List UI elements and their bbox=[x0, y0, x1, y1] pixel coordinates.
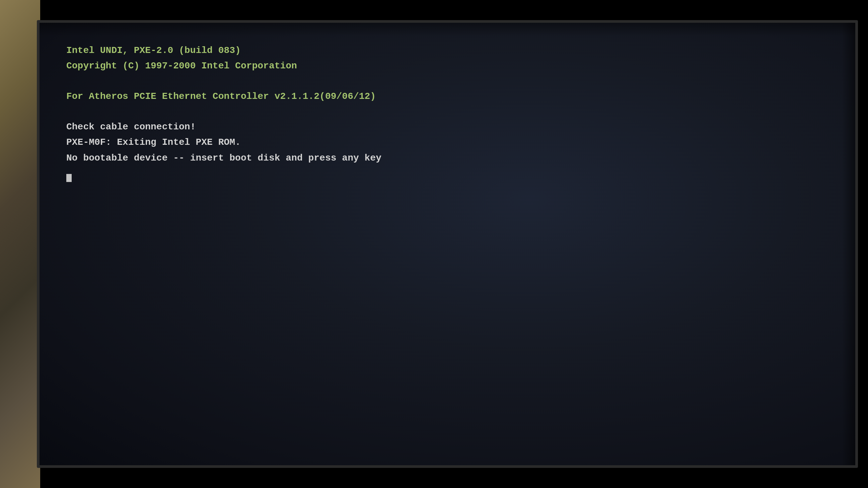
bios-line-6: Check cable connection! bbox=[66, 119, 829, 135]
monitor-screen: Intel UNDI, PXE-2.0 (build 083) Copyrigh… bbox=[37, 20, 858, 468]
bios-display: Intel UNDI, PXE-2.0 (build 083) Copyrigh… bbox=[39, 23, 855, 465]
bios-line-4: For Atheros PCIE Ethernet Controller v2.… bbox=[66, 89, 829, 104]
screen-right-shadow bbox=[842, 23, 855, 465]
blank-line-2 bbox=[66, 104, 829, 119]
blinking-cursor bbox=[66, 174, 72, 182]
bios-line-8: No bootable device -- insert boot disk a… bbox=[66, 150, 829, 166]
blank-line-1 bbox=[66, 74, 829, 89]
bios-line-2: Copyright (C) 1997-2000 Intel Corporatio… bbox=[66, 58, 829, 74]
left-wallpaper-strip bbox=[0, 0, 40, 488]
bios-cursor-line bbox=[66, 167, 829, 182]
screen-top-shadow bbox=[39, 23, 855, 36]
bios-line-1: Intel UNDI, PXE-2.0 (build 083) bbox=[66, 43, 829, 58]
bios-line-7: PXE-M0F: Exiting Intel PXE ROM. bbox=[66, 135, 829, 150]
